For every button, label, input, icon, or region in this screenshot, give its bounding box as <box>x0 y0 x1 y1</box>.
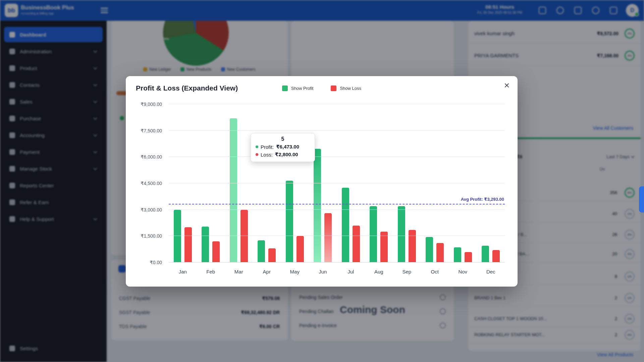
bar-feb-profit[interactable] <box>202 227 209 263</box>
gridline <box>169 130 505 131</box>
avg-profit-line <box>169 204 505 204</box>
bar-group-may <box>281 104 309 262</box>
bar-feb-loss[interactable] <box>212 241 220 262</box>
screen: bb BusinessBook Plus Accounting & Billin… <box>0 0 644 362</box>
bar-apr-profit[interactable] <box>258 240 265 262</box>
bar-mar-profit[interactable] <box>230 118 237 262</box>
tooltip-title: 5 <box>256 136 310 142</box>
modal-title: Profit & Loss (Expanded View) <box>136 84 238 92</box>
bar-nov-loss[interactable] <box>465 252 472 262</box>
bar-oct-loss[interactable] <box>436 243 444 262</box>
loss-dot-icon <box>256 153 258 156</box>
bar-group-nov <box>449 104 477 262</box>
x-tick-label: Dec <box>477 269 505 275</box>
close-icon[interactable]: × <box>504 81 509 90</box>
x-tick-label: Sep <box>393 269 421 275</box>
legend-show-loss[interactable]: Show Loss <box>331 85 361 91</box>
bar-jun-profit[interactable] <box>314 149 321 262</box>
feedback-edge-tab[interactable] <box>639 186 644 213</box>
tooltip-loss-row: Loss: ₹2,800.00 <box>256 152 310 158</box>
chart-legend: Show Profit Show Loss <box>282 85 361 91</box>
bar-dec-profit[interactable] <box>482 246 489 262</box>
y-tick-label: ₹7,500.00 <box>141 128 162 133</box>
x-tick-label: Apr <box>253 269 281 275</box>
tooltip-value: ₹6,473.00 <box>276 144 299 150</box>
profit-loss-modal: Profit & Loss (Expanded View) Show Profi… <box>126 76 518 287</box>
legend-label: Show Loss <box>340 86 361 91</box>
gridline <box>169 236 505 236</box>
bar-aug-profit[interactable] <box>370 206 377 262</box>
bar-group-jun <box>309 104 337 262</box>
gridline <box>169 104 505 104</box>
gridline <box>169 157 505 157</box>
gridline <box>169 209 505 210</box>
legend-show-profit[interactable]: Show Profit <box>282 85 313 91</box>
profit-loss-chart: ₹0.00₹1,500.00₹3,000.00₹4,500.00₹6,000.0… <box>126 104 518 287</box>
y-tick-label: ₹0.00 <box>150 260 162 265</box>
tooltip-value: ₹2,800.00 <box>275 152 298 158</box>
x-tick-label: Jan <box>169 269 197 275</box>
bar-oct-profit[interactable] <box>426 237 433 262</box>
bar-group-oct <box>421 104 449 262</box>
tooltip-label: Loss: <box>261 152 273 158</box>
bar-jun-loss[interactable] <box>324 213 332 262</box>
y-tick-label: ₹4,500.00 <box>141 181 162 186</box>
legend-swatch <box>282 85 288 91</box>
y-tick-label: ₹6,000.00 <box>141 154 162 160</box>
bar-group-aug <box>365 104 393 262</box>
y-axis-labels: ₹0.00₹1,500.00₹3,000.00₹4,500.00₹6,000.0… <box>126 104 165 262</box>
bar-may-profit[interactable] <box>286 181 293 262</box>
bar-may-loss[interactable] <box>297 236 304 262</box>
bar-apr-loss[interactable] <box>268 248 276 262</box>
bar-jan-loss[interactable] <box>184 227 192 262</box>
legend-swatch <box>331 85 336 91</box>
x-tick-label: Feb <box>197 269 225 275</box>
y-tick-label: ₹3,000.00 <box>141 207 162 213</box>
bar-group-dec <box>477 104 505 262</box>
x-tick-label: Oct <box>421 269 449 275</box>
y-tick-label: ₹9,000.00 <box>141 102 162 107</box>
bar-group-apr <box>253 104 281 262</box>
bar-group-feb <box>197 104 225 262</box>
bar-nov-profit[interactable] <box>454 247 461 262</box>
tooltip-label: Profit: <box>261 144 274 150</box>
bar-group-jul <box>337 104 365 262</box>
gridline <box>169 262 505 262</box>
bar-aug-loss[interactable] <box>380 232 388 262</box>
bar-group-sep <box>393 104 421 262</box>
x-axis-labels: JanFebMarAprMayJunJulAugSepOctNovDec <box>169 269 505 275</box>
x-tick-label: Nov <box>449 269 477 275</box>
gridline <box>169 183 505 183</box>
bar-sep-profit[interactable] <box>398 206 405 262</box>
legend-label: Show Profit <box>291 86 313 91</box>
avg-profit-label: Avg Profit: ₹3,293.00 <box>461 197 504 202</box>
chart-tooltip: 5 Profit: ₹6,473.00 Loss: ₹2,800.00 <box>251 133 315 162</box>
x-tick-label: Mar <box>225 269 253 275</box>
bar-jul-profit[interactable] <box>342 188 349 262</box>
bar-groups <box>169 104 505 262</box>
bar-group-mar <box>225 104 253 262</box>
y-tick-label: ₹1,500.00 <box>141 233 162 239</box>
x-tick-label: May <box>281 269 309 275</box>
bar-jul-loss[interactable] <box>353 226 360 262</box>
bar-dec-loss[interactable] <box>492 250 500 262</box>
bar-group-jan <box>169 104 197 262</box>
plot-area: Avg Profit: ₹3,293.00 5 Profit: ₹6,473.0… <box>169 104 505 262</box>
x-tick-label: Jun <box>309 269 337 275</box>
profit-dot-icon <box>256 145 258 148</box>
x-tick-label: Jul <box>337 269 365 275</box>
tooltip-profit-row: Profit: ₹6,473.00 <box>256 144 310 150</box>
bar-sep-loss[interactable] <box>409 230 416 262</box>
x-tick-label: Aug <box>365 269 393 275</box>
